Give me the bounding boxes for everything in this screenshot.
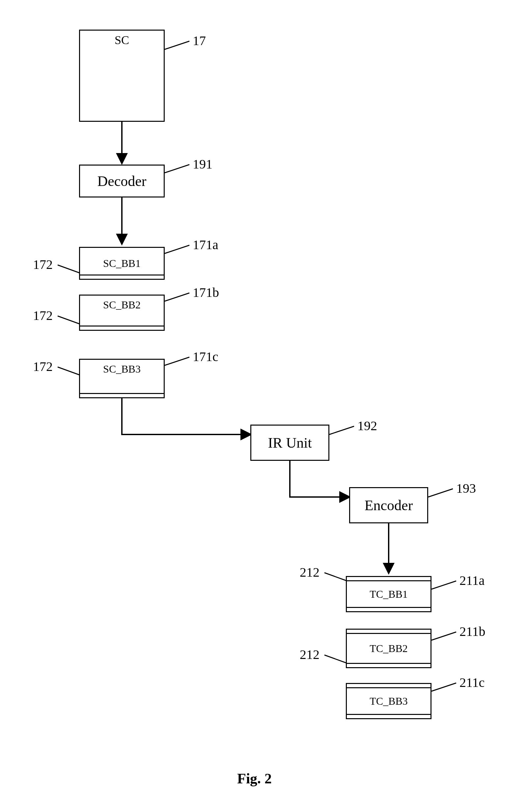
- sc-bb2-block: SC_BB2: [79, 294, 165, 331]
- svg-line-15: [431, 632, 456, 640]
- tc-bb3-block: TC_BB3: [346, 683, 431, 719]
- svg-line-6: [58, 265, 80, 273]
- ref-211c: 211c: [459, 675, 485, 690]
- ref-172-a: 172: [33, 257, 53, 272]
- ref-191: 191: [193, 156, 212, 172]
- tc-bb2-top-stripe: [346, 633, 431, 634]
- ref-211b: 211b: [459, 624, 485, 639]
- figure-2-diagram: SC Decoder SC_BB1 SC_BB2 SC_BB3 IR Unit …: [0, 0, 527, 812]
- ir-unit-block: IR Unit: [250, 425, 329, 461]
- sc-bb1-block: SC_BB1: [79, 247, 165, 280]
- decoder-block: Decoder: [79, 164, 165, 198]
- tc-bb3-label: TC_BB3: [370, 695, 408, 707]
- tc-bb2-label: TC_BB2: [370, 642, 408, 655]
- tc-bb2-bottom-stripe: [346, 663, 431, 664]
- sc-bb2-bottom-stripe: [79, 325, 165, 327]
- sc-bb2-label: SC_BB2: [103, 299, 141, 311]
- tc-bb1-label: TC_BB1: [370, 588, 408, 600]
- sc-block: SC: [79, 30, 165, 122]
- sc-bb3-label: SC_BB3: [103, 363, 141, 375]
- svg-line-14: [431, 581, 456, 589]
- ref-192: 192: [357, 418, 377, 434]
- ref-171c: 171c: [193, 349, 218, 364]
- svg-line-3: [165, 41, 189, 49]
- sc-bb3-bottom-stripe: [79, 393, 165, 394]
- ref-171b: 171b: [193, 285, 219, 300]
- ref-171a: 171a: [193, 237, 218, 252]
- ref-172-c: 172: [33, 359, 53, 374]
- sc-block-label: SC: [115, 33, 129, 47]
- tc-bb3-bottom-stripe: [346, 714, 431, 715]
- ref-211a: 211a: [459, 573, 485, 588]
- ref-212-b: 212: [300, 647, 319, 662]
- sc-bb3-block: SC_BB3: [79, 359, 165, 398]
- figure-caption: Fig. 2: [237, 770, 272, 787]
- tc-bb1-block: TC_BB1: [346, 576, 431, 612]
- tc-bb1-top-stripe: [346, 580, 431, 581]
- svg-line-16: [325, 655, 347, 663]
- svg-line-9: [165, 357, 189, 365]
- sc-bb1-label: SC_BB1: [103, 257, 141, 270]
- ref-17: 17: [193, 33, 206, 48]
- decoder-block-label: Decoder: [97, 173, 146, 190]
- encoder-label: Encoder: [365, 497, 413, 514]
- svg-line-4: [165, 164, 189, 173]
- svg-line-7: [165, 293, 189, 301]
- ref-172-b: 172: [33, 308, 53, 323]
- svg-line-8: [58, 316, 80, 324]
- connectors-layer: [0, 0, 527, 812]
- tc-bb1-bottom-stripe: [346, 607, 431, 608]
- svg-line-5: [165, 245, 189, 253]
- svg-line-11: [329, 426, 354, 434]
- encoder-block: Encoder: [349, 487, 428, 523]
- svg-line-13: [325, 573, 347, 581]
- ir-unit-label: IR Unit: [268, 434, 312, 451]
- tc-bb2-block: TC_BB2: [346, 629, 431, 668]
- tc-bb3-top-stripe: [346, 687, 431, 688]
- svg-line-10: [58, 367, 80, 375]
- svg-line-12: [428, 489, 453, 497]
- sc-bb1-bottom-stripe: [79, 275, 165, 275]
- ref-193: 193: [456, 481, 476, 496]
- svg-line-17: [431, 683, 456, 691]
- ref-212-a: 212: [300, 565, 319, 580]
